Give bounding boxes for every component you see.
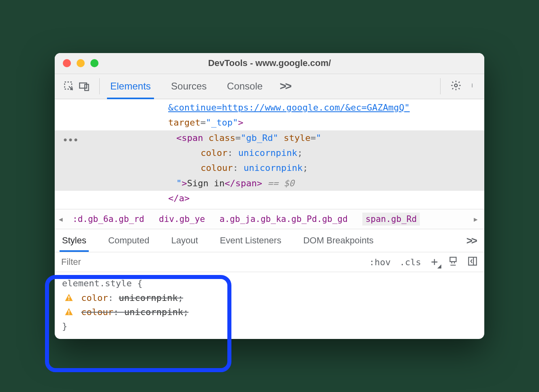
warning-icon [64, 294, 73, 301]
dom-line-selected[interactable]: ">Sign in</span> == $0 [55, 176, 484, 191]
subtabs-overflow-icon[interactable]: >> [466, 234, 476, 247]
more-icon[interactable] [471, 80, 475, 93]
breadcrumb-scroll-right-icon[interactable]: ▶ [474, 215, 480, 223]
dom-line-selected[interactable]: colour: unicornpink; [55, 160, 484, 175]
breadcrumb-item[interactable]: a.gb_ja.gb_ka.gb_Pd.gb_gd [220, 214, 348, 224]
tab-sources[interactable]: Sources [168, 74, 210, 99]
breadcrumb-scroll-left-icon[interactable]: ◀ [59, 215, 65, 223]
main-toolbar: Elements Sources Console >> [55, 74, 484, 99]
styles-toolbar: :hov .cls [55, 252, 484, 272]
paint-flash-icon[interactable] [448, 256, 458, 268]
styles-subtabs: Styles Computed Layout Event Listeners D… [55, 229, 484, 252]
elements-panel[interactable]: &continue=https://www.google.com/&ec=GAZ… [55, 99, 484, 209]
warning-icon [64, 308, 73, 315]
new-style-rule-icon[interactable] [430, 258, 439, 266]
svg-rect-9 [68, 296, 69, 298]
settings-icon[interactable] [450, 80, 462, 93]
hov-toggle[interactable]: :hov [369, 257, 391, 267]
style-declaration[interactable]: color: unicornpink; [62, 291, 477, 305]
svg-rect-12 [68, 313, 69, 314]
subtab-styles[interactable]: Styles [60, 229, 89, 252]
close-window-button[interactable] [63, 59, 71, 67]
svg-point-3 [455, 84, 458, 87]
zoom-window-button[interactable] [90, 59, 98, 67]
minimize-window-button[interactable] [77, 59, 85, 67]
dom-line[interactable]: </a> [55, 191, 484, 206]
svg-point-6 [472, 87, 473, 87]
inspect-element-icon[interactable] [61, 79, 77, 94]
svg-rect-1 [79, 83, 87, 88]
subtab-layout[interactable]: Layout [169, 229, 200, 252]
dom-url-fragment: &continue=https://www.google.com/&ec=GAZ… [168, 102, 404, 113]
tabs-overflow-icon[interactable]: >> [280, 80, 291, 93]
style-close-brace: } [62, 319, 477, 333]
cls-toggle[interactable]: .cls [400, 257, 421, 267]
devtools-window: DevTools - www.google.com/ Elements Sour… [55, 53, 484, 339]
styles-filter-input[interactable] [61, 257, 369, 267]
tab-console[interactable]: Console [224, 74, 266, 99]
styles-rules-pane[interactable]: element.style { color: unicornpink; colo… [55, 272, 484, 339]
dom-line-selected[interactable]: ••• <span class="gb_Rd" style=" [55, 130, 484, 145]
dom-line[interactable]: &continue=https://www.google.com/&ec=GAZ… [55, 100, 484, 115]
subtab-event-listeners[interactable]: Event Listeners [218, 229, 284, 252]
traffic-lights [63, 59, 98, 67]
svg-rect-8 [468, 258, 477, 266]
svg-rect-10 [68, 299, 69, 300]
tab-elements[interactable]: Elements [107, 74, 154, 99]
window-title: DevTools - www.google.com/ [55, 58, 484, 68]
style-selector-line[interactable]: element.style { [62, 276, 477, 290]
svg-point-4 [472, 84, 473, 85]
subtab-computed[interactable]: Computed [106, 229, 152, 252]
titlebar: DevTools - www.google.com/ [55, 53, 484, 74]
svg-rect-7 [450, 258, 456, 262]
dom-line[interactable]: target="_top"> [55, 115, 484, 130]
dom-line-selected[interactable]: color: unicornpink; [55, 145, 484, 160]
breadcrumb-item[interactable]: div.gb_ye [159, 214, 205, 224]
subtab-dom-breakpoints[interactable]: DOM Breakpoints [301, 229, 376, 252]
device-toolbar-icon[interactable] [77, 79, 92, 94]
dom-breadcrumb[interactable]: ◀ :d.gb_6a.gb_rd div.gb_ye a.gb_ja.gb_ka… [55, 209, 484, 229]
breadcrumb-item[interactable]: :d.gb_6a.gb_rd [73, 214, 144, 224]
toolbar-divider [440, 78, 441, 94]
toolbar-divider [99, 78, 100, 94]
breadcrumb-item-selected[interactable]: span.gb_Rd [362, 213, 420, 226]
svg-point-5 [472, 85, 473, 86]
svg-rect-11 [68, 310, 69, 313]
computed-toggle-icon[interactable] [467, 256, 478, 268]
expand-dots-icon[interactable]: ••• [63, 133, 79, 147]
style-declaration[interactable]: colour: unicornpink; [62, 305, 477, 319]
